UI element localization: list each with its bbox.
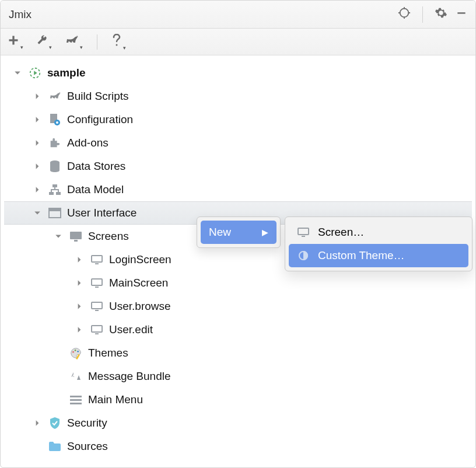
context-submenu: Screen… Custom Theme… [285, 216, 473, 271]
tree-node-datamodel[interactable]: Data Model [4, 178, 472, 201]
chevron-down-icon[interactable] [53, 231, 64, 242]
tree-label: Themes [88, 347, 128, 359]
submenu-item-label: Custom Theme… [318, 249, 405, 262]
chevron-down-icon[interactable] [12, 68, 23, 78]
tree-node-bundle[interactable]: Message Bundle [4, 365, 472, 388]
tree-label: Data Stores [67, 160, 125, 173]
project-icon [27, 65, 43, 81]
toolbar-separator [97, 34, 97, 50]
svg-point-29 [72, 351, 74, 353]
wrench-icon[interactable]: ▾ [36, 34, 52, 49]
tree-label: Add-ons [67, 137, 108, 149]
chevron-right-icon[interactable] [74, 278, 85, 288]
svg-rect-34 [70, 399, 82, 401]
gradle-small-icon [47, 89, 62, 104]
tree-label: Main Menu [88, 393, 143, 406]
theme-icon [297, 249, 310, 262]
tree-node-menu[interactable]: Main Menu [4, 388, 472, 411]
chevron-right-icon[interactable] [74, 324, 85, 335]
tree-node-screen-item[interactable]: MainScreen [4, 271, 472, 295]
monitor-icon [68, 229, 83, 244]
svg-rect-16 [56, 192, 61, 195]
tree-node-screen-item[interactable]: User.edit [4, 318, 472, 341]
svg-rect-36 [298, 228, 309, 235]
tree-node-build[interactable]: Build Scripts [4, 85, 472, 108]
svg-rect-33 [70, 396, 82, 397]
tree-label: Build Scripts [67, 90, 129, 103]
submenu-item-label: Screen… [318, 226, 364, 239]
chevron-right-icon[interactable] [32, 184, 43, 195]
tree-label: User Interface [67, 207, 136, 219]
palette-icon [68, 345, 83, 361]
tree-label: Configuration [67, 113, 133, 126]
svg-rect-21 [92, 256, 102, 262]
divider [422, 6, 423, 23]
tree-node-security[interactable]: Security [4, 411, 472, 435]
chevron-right-icon[interactable] [32, 138, 43, 148]
chevron-right-icon[interactable] [74, 254, 85, 265]
panel-toolbar: ▾ ▾ ▾ ▾ [1, 29, 475, 55]
tree-label: LoginScreen [109, 253, 172, 266]
submenu-item-screen[interactable]: Screen… [289, 221, 468, 244]
tree-label: User.edit [109, 323, 153, 336]
tree-label: MainScreen [109, 277, 168, 289]
tree-label: Security [67, 417, 107, 429]
tree-label: Sources [67, 440, 108, 453]
chevron-right-icon[interactable] [32, 91, 43, 102]
monitor-outline-icon [89, 275, 104, 291]
tree-label: Data Model [67, 183, 124, 196]
tree-node-config[interactable]: Configuration [4, 108, 472, 131]
chevron-right-icon[interactable] [74, 301, 85, 312]
menu-item-label: New [209, 226, 231, 239]
submenu-arrow-icon: ▶ [262, 228, 268, 237]
submenu-item-theme[interactable]: Custom Theme… [289, 244, 468, 267]
tree-node-sources[interactable]: Sources [4, 435, 472, 458]
translate-icon [68, 369, 83, 384]
help-icon[interactable]: ▾ [111, 34, 126, 50]
puzzle-icon [47, 135, 62, 151]
shield-icon [47, 415, 62, 431]
menu-icon [68, 392, 83, 407]
svg-rect-15 [49, 192, 54, 195]
svg-rect-14 [52, 184, 57, 187]
target-icon[interactable] [398, 6, 411, 22]
tree-label: Screens [88, 230, 129, 243]
database-icon [47, 159, 62, 174]
tree-node-themes[interactable]: Themes [4, 341, 472, 365]
tree-root[interactable]: sample [4, 61, 472, 85]
svg-rect-35 [70, 403, 82, 404]
monitor-outline-icon [89, 299, 104, 314]
svg-point-0 [400, 9, 409, 18]
chevron-right-icon[interactable] [32, 114, 43, 125]
tree-label: User.browse [109, 300, 171, 313]
menu-item-new[interactable]: New ▶ [201, 221, 276, 244]
svg-rect-23 [92, 279, 102, 285]
window-icon [47, 205, 62, 221]
svg-rect-18 [49, 208, 61, 211]
tree-label: sample [47, 67, 85, 79]
chevron-right-icon[interactable] [32, 418, 43, 428]
tree-node-datastores[interactable]: Data Stores [4, 155, 472, 178]
context-menu: New ▶ [197, 216, 281, 248]
gear-icon[interactable] [435, 6, 447, 22]
svg-point-30 [75, 350, 76, 351]
add-icon[interactable]: ▾ [8, 34, 23, 49]
chevron-down-icon[interactable] [32, 208, 43, 218]
svg-rect-25 [92, 302, 102, 309]
svg-point-31 [77, 351, 79, 352]
config-icon [47, 112, 62, 127]
svg-rect-5 [457, 12, 465, 14]
tree-label: Message Bundle [88, 370, 171, 383]
svg-rect-7 [9, 39, 18, 41]
svg-rect-20 [74, 240, 78, 242]
monitor-outline-icon [297, 226, 310, 239]
tree-node-addons[interactable]: Add-ons [4, 131, 472, 155]
chevron-right-icon[interactable] [32, 161, 43, 172]
svg-rect-19 [70, 232, 82, 239]
tree-node-screen-item[interactable]: User.browse [4, 295, 472, 318]
svg-rect-27 [92, 326, 102, 332]
gradle-icon[interactable]: ▾ [65, 34, 83, 49]
panel-title: Jmix [9, 8, 398, 21]
folder-icon [47, 439, 62, 454]
minimize-icon[interactable] [456, 7, 467, 22]
